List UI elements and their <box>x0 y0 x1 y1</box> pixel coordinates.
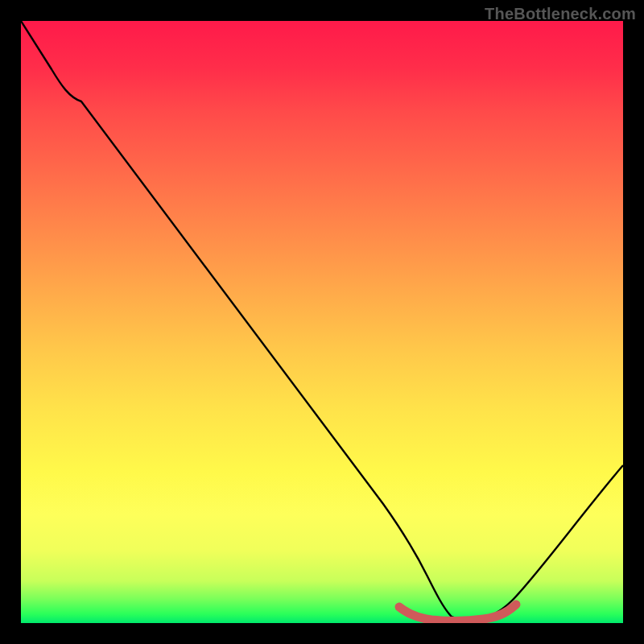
flat-zone-highlight-path <box>399 605 516 621</box>
plot-area <box>21 21 623 623</box>
watermark-text: TheBottleneck.com <box>485 5 636 23</box>
bottleneck-chart: TheBottleneck.com <box>0 0 644 644</box>
curve-svg <box>21 21 623 623</box>
bottleneck-curve-path <box>21 21 623 620</box>
